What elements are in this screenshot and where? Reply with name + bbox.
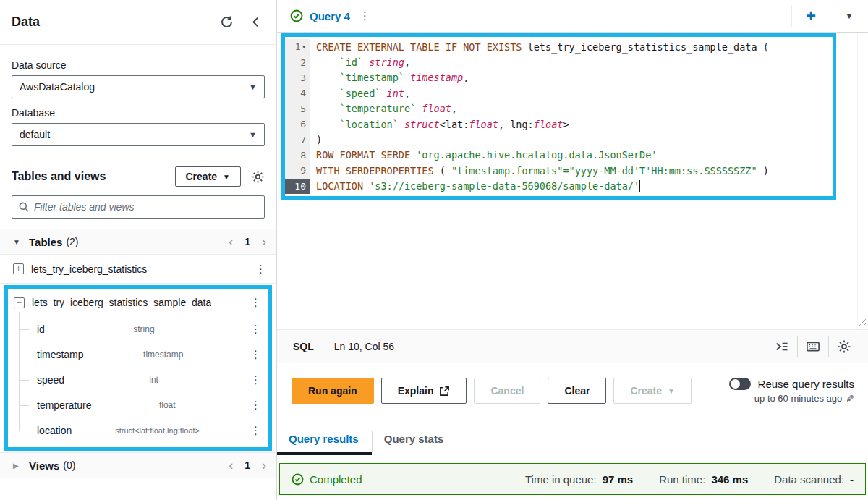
edit-pencil-icon[interactable]: ✎ [846, 393, 854, 404]
code-line[interactable]: 9 WITH SERDEPROPERTIES ( "timestamp.form… [285, 163, 833, 178]
snippet-icon[interactable] [767, 330, 797, 363]
tables-and-views-title: Tables and views [12, 170, 106, 183]
code-line[interactable]: 3 `timestamp` timestamp, [285, 70, 833, 85]
tab-list-dropdown-button[interactable]: ▼ [830, 0, 868, 32]
code-line-active[interactable]: 10 LOCATION 's3://iceberg-sample-data-56… [285, 179, 833, 194]
source-selectors: Data source AwsDataCatalog ▼ Database de… [0, 45, 276, 155]
tab-query-results[interactable]: Query results [277, 428, 372, 455]
reuse-results-label: Reuse query results [758, 378, 854, 390]
column-menu-icon[interactable]: ⋮ [249, 373, 263, 386]
filter-tables-input[interactable] [34, 201, 258, 213]
text-cursor [639, 180, 640, 192]
code-line[interactable]: 7 ) [285, 132, 833, 147]
tables-section-header[interactable]: ▼ Tables (2) ‹ 1 › [0, 229, 276, 255]
column-name: temperature [37, 399, 91, 411]
table-name[interactable]: lets_try_iceberg_statistics_sample_data [32, 297, 211, 308]
create-dropdown-button[interactable]: Create ▼ [613, 378, 692, 404]
caret-down-icon: ▼ [668, 387, 675, 395]
table-menu-icon[interactable]: ⋮ [254, 263, 268, 276]
tables-and-views-header: Tables and views Create ▼ [0, 155, 276, 195]
collapse-table-icon[interactable]: − [14, 297, 25, 308]
results-tabbar: Query results Query stats [277, 418, 868, 463]
column-name: location [37, 425, 72, 436]
editor-statusbar: SQL Ln 10, Col 56 [277, 329, 868, 363]
caret-down-icon: ▼ [845, 11, 854, 21]
create-button[interactable]: Create ▼ [175, 166, 242, 187]
run-again-button[interactable]: Run again [292, 378, 374, 404]
tab-query-stats[interactable]: Query stats [373, 428, 457, 455]
table-row[interactable]: − lets_try_iceberg_statistics_sample_dat… [8, 289, 268, 316]
code-line[interactable]: 1▾ CREATE EXTERNAL TABLE IF NOT EXISTS l… [285, 39, 833, 54]
caret-down-icon: ▼ [223, 173, 230, 181]
column-row[interactable]: temperature float ⋮ [8, 392, 268, 418]
editor-settings-gear-icon[interactable] [829, 330, 859, 363]
tables-prev-page-icon[interactable]: ‹ [229, 235, 233, 248]
refresh-icon[interactable] [220, 15, 234, 29]
column-type: struct<lat:float,lng:float> [115, 426, 205, 435]
external-link-icon [439, 386, 450, 397]
views-section-count: (0) [63, 459, 75, 471]
table-name[interactable]: lets_try_iceberg_statistics [31, 263, 147, 275]
code-block: 1▾ CREATE EXTERNAL TABLE IF NOT EXISTS l… [285, 37, 833, 194]
tables-section-count: (2) [66, 236, 78, 247]
sidebar-title: Data [12, 14, 40, 30]
highlighted-table-section: − lets_try_iceberg_statistics_sample_dat… [4, 285, 272, 451]
triangle-right-icon[interactable]: ▶ [13, 462, 26, 470]
divider [857, 33, 858, 329]
column-row[interactable]: speed int ⋮ [8, 367, 268, 392]
table-columns: id string ⋮ timestamp timestamp ⋮ speed … [8, 316, 268, 447]
triangle-down-icon[interactable]: ▼ [13, 238, 26, 246]
code-line[interactable]: 8 ROW FORMAT SERDE 'org.apache.hive.hcat… [285, 148, 833, 163]
column-name: id [37, 323, 45, 335]
column-row[interactable]: timestamp timestamp ⋮ [8, 342, 268, 367]
views-next-page-icon[interactable]: › [262, 459, 266, 472]
query-panel: Query 4 ⋮ + ▼ 1▾ CREATE EXTERNAL TA [277, 0, 868, 500]
column-type: string [133, 324, 160, 334]
athena-query-editor: Data Data source AwsDataCatalog ▼ [0, 0, 868, 500]
query-actions: Run again Explain Cancel Clear Create ▼ … [277, 363, 868, 418]
clear-button[interactable]: Clear [548, 378, 606, 404]
keyboard-shortcuts-icon[interactable] [798, 330, 828, 363]
query-tab-label: Query 4 [310, 10, 350, 22]
collapse-panel-icon[interactable] [250, 16, 262, 28]
column-menu-icon[interactable]: ⋮ [249, 399, 263, 412]
cancel-button[interactable]: Cancel [474, 378, 540, 404]
column-menu-icon[interactable]: ⋮ [249, 424, 263, 437]
views-prev-page-icon[interactable]: ‹ [229, 459, 233, 472]
editor-scrollbar-track[interactable] [843, 33, 843, 329]
views-section-header[interactable]: ▶ Views (0) ‹ 1 › [0, 452, 276, 478]
gear-icon[interactable] [251, 170, 265, 184]
column-type: float [159, 400, 182, 410]
cursor-position: Ln 10, Col 56 [334, 341, 394, 352]
query-tab-menu-icon[interactable]: ⋮ [358, 9, 372, 22]
code-line[interactable]: 4 `speed` int, [285, 85, 833, 101]
explain-button[interactable]: Explain [381, 378, 467, 404]
reuse-results-toggle[interactable] [729, 378, 751, 390]
tables-next-page-icon[interactable]: › [262, 235, 266, 248]
tab-query-4[interactable]: Query 4 ⋮ [277, 9, 379, 22]
column-menu-icon[interactable]: ⋮ [249, 323, 263, 336]
query-status-banner: Completed Time in queue:97 ms Run time:3… [279, 463, 866, 495]
data-source-select[interactable]: AwsDataCatalog ▼ [12, 75, 265, 98]
reuse-results-duration: up to 60 minutes ago [754, 393, 842, 404]
sidebar-header: Data [0, 0, 276, 45]
code-line[interactable]: 2 `id` string, [285, 54, 833, 69]
column-menu-icon[interactable]: ⋮ [249, 348, 263, 361]
new-query-tab-button[interactable]: + [792, 0, 830, 32]
column-row[interactable]: id string ⋮ [8, 316, 268, 342]
column-row[interactable]: location struct<lat:float,lng:float> ⋮ [8, 418, 268, 443]
highlighted-sql-statement: 1▾ CREATE EXTERNAL TABLE IF NOT EXISTS l… [281, 33, 836, 200]
filter-tables-input-wrap [12, 195, 265, 219]
plus-icon: + [806, 7, 816, 25]
language-badge: SQL [293, 341, 314, 352]
code-line[interactable]: 6 `location` struct<lat:float, lng:float… [285, 116, 833, 132]
database-select[interactable]: default ▼ [12, 123, 265, 146]
table-menu-icon[interactable]: ⋮ [249, 296, 263, 309]
status-text: Completed [310, 473, 362, 486]
expand-table-icon[interactable]: + [13, 263, 24, 274]
column-name: timestamp [37, 349, 84, 360]
code-line[interactable]: 5 `temperature` float, [285, 101, 833, 116]
sql-editor[interactable]: 1▾ CREATE EXTERNAL TABLE IF NOT EXISTS l… [277, 33, 868, 329]
table-row[interactable]: + lets_try_iceberg_statistics ⋮ [0, 255, 276, 284]
check-circle-icon [292, 473, 304, 486]
